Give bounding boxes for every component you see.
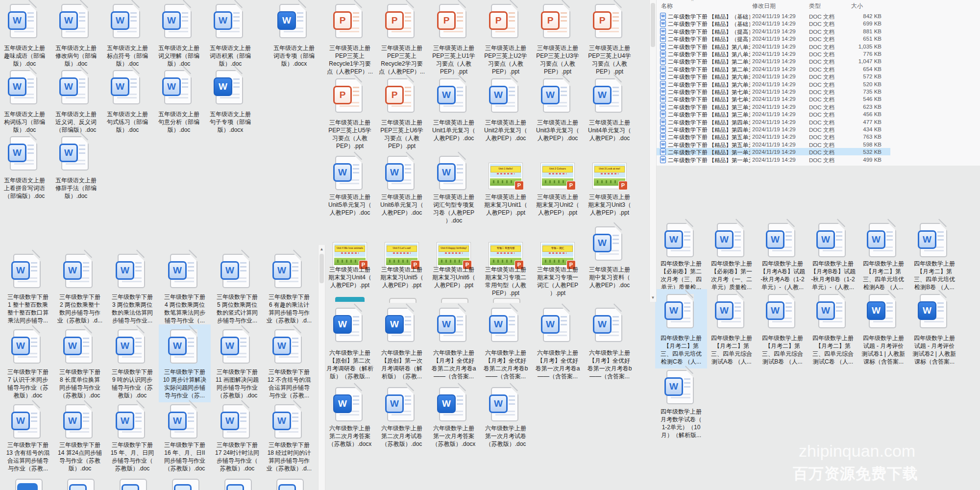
- file-label[interactable]: 六年级数学上册 第一次月考答案 （苏教版）.docx: [426, 424, 481, 448]
- file-item[interactable]: W: [10, 4, 39, 38]
- file-item[interactable]: W: [768, 223, 797, 257]
- file-label[interactable]: 三年级英语上册 PEP三英上 Recycle2学习要 点（人教PEP）...: [374, 44, 429, 75]
- file-label[interactable]: 四年级数学上册 试题 - 月考评价 测试卷1 | 人教新 课标（含答案...: [856, 334, 911, 366]
- file-label[interactable]: 三年级英语上册 期末复习Unit3（ 人教PEP）.ppt: [582, 193, 637, 217]
- file-item[interactable]: P: [491, 4, 520, 38]
- scrollbar-thumb[interactable]: [651, 3, 655, 47]
- file-label[interactable]: 三年级数学下册 16 年、月、日II 同步辅导与作业 （苏教版）.doc: [157, 441, 212, 472]
- file-label[interactable]: 五年级语文上册 标点符号（部编 版）.doc: [100, 44, 155, 68]
- file-label[interactable]: 三年级数学下册 7 认识千米同步 辅导与作业（苏 教版）.doc: [0, 368, 55, 399]
- cut-file-icon[interactable]: [276, 479, 304, 490]
- file-label[interactable]: 三年级数学下册 2 两位数乘整十 数同步辅导与作 业（苏教版）.d...: [52, 293, 107, 324]
- file-name[interactable]: 二年级数学下册 【精品】第二单元（时...: [668, 58, 750, 66]
- file-item[interactable]: W: [543, 78, 572, 113]
- file-label[interactable]: 四年级数学上册 试题 - 月考评价 测试卷2 | 人教新 课标（含答案...: [907, 334, 962, 366]
- file-label[interactable]: 四年级数学上册 【月考二】第 三、四单元培优 检测C卷 （人...: [654, 334, 709, 366]
- cut-file-icon[interactable]: [172, 479, 199, 490]
- file-item[interactable]: W: [335, 156, 365, 190]
- file-name[interactable]: 二年级数学下册 【精品】第六单元（两...: [668, 81, 750, 89]
- file-label[interactable]: 三年级数学下册 4 两位数乘两位 数笔算乘法同步 辅导与作业（...: [157, 293, 212, 324]
- file-item[interactable]: W: [869, 294, 898, 328]
- file-label[interactable]: 三年级英语上册 PEP三英上U5学 习要点（人教 PEP）.ppt: [322, 119, 377, 150]
- file-label[interactable]: 六年级数学上册 【原创】第二次 月考调研卷（解析 版）（苏教版...: [322, 349, 377, 380]
- file-item[interactable]: W: [543, 308, 572, 342]
- cut-file-icon[interactable]: [15, 479, 43, 490]
- file-item[interactable]: W: [387, 308, 416, 342]
- cut-file-icon[interactable]: [389, 298, 416, 303]
- file-label[interactable]: 三年级英语上册 PEP三英上 Recycle1学习要 点（人教PEP）...: [322, 44, 377, 75]
- file-label[interactable]: 三年级数学下册 3 两位数乘两位 数的乘法估算同 步辅导与作业...: [105, 293, 160, 324]
- file-item[interactable]: W: [65, 254, 95, 288]
- file-label[interactable]: 五年级语文上册 上看拼音写词语 （部编版）.doc: [0, 176, 52, 200]
- cut-file-icon[interactable]: [120, 479, 147, 490]
- file-item[interactable]: W: [170, 254, 199, 288]
- file-item[interactable]: W: [10, 136, 39, 171]
- file-label[interactable]: 四年级数学上册 【月考二】第 三、四单元综合 测试A卷 （人...: [704, 334, 759, 366]
- file-item[interactable]: W: [61, 70, 91, 104]
- file-item[interactable]: P: [439, 4, 468, 38]
- file-item[interactable]: W: [439, 156, 468, 190]
- file-item[interactable]: Unit 1 Hello!P: [489, 163, 518, 189]
- cut-file-thumbnail[interactable]: [335, 297, 365, 302]
- file-label[interactable]: 三年级英语上册 Unit4单元复习（ 人教PEP）.doc: [582, 119, 637, 142]
- file-name[interactable]: 二年级数学下册 【精品】第七单元（角...: [668, 96, 750, 103]
- file-label[interactable]: 五年级语文上册 修改病句（部编 版）.doc: [49, 44, 103, 68]
- file-item[interactable]: W: [387, 387, 416, 421]
- file-label[interactable]: 三年级英语上册 期末复习Unit1（ 人教PEP）.ppt: [478, 193, 533, 217]
- file-label[interactable]: 三年级英语上册 PEP三英上U4学 习要点（人教 PEP）.ppt: [582, 44, 637, 75]
- file-item[interactable]: W: [279, 4, 309, 38]
- file-label[interactable]: 三年级英语上册 PEP三英上U6学 习要点（人教 PEP）.ppt: [374, 119, 429, 150]
- file-label[interactable]: 三年级数学下册 15 年、月、日同 步辅导与作业（ 苏教版）.doc: [105, 441, 160, 472]
- file-item[interactable]: W: [491, 308, 520, 342]
- column-header-type[interactable]: 类型: [809, 2, 821, 10]
- file-name[interactable]: 二年级数学下册 【精品】第八单元（数...: [668, 44, 750, 51]
- file-label[interactable]: 六年级数学上册 第二次月考答案 （苏教版）.docx: [322, 424, 377, 448]
- file-name[interactable]: 二年级数学下册 【精品】（提高）期末...: [668, 36, 750, 43]
- file-item[interactable]: Unit 4 We love animalsP: [333, 242, 362, 269]
- file-item[interactable]: W: [118, 404, 147, 439]
- file-item[interactable]: W: [222, 329, 252, 364]
- file-item[interactable]: P: [595, 4, 624, 38]
- file-label[interactable]: 三年级数学下册 17 24时计时法同 步辅导与作业（ 苏教版）.doc: [210, 441, 265, 472]
- file-item[interactable]: W: [439, 78, 468, 113]
- file-label[interactable]: 三年级英语上册 期末复习专项二 常用句型（人教 PEP）.ppt: [478, 266, 533, 297]
- file-item[interactable]: W: [118, 329, 147, 364]
- file-label[interactable]: 五年级语文上册 句子专项（部编 版）.docx: [203, 110, 258, 134]
- file-label[interactable]: 三年级数学下册 5 两位数乘两位 数的竖式计算同 步辅导与作业...: [210, 293, 265, 324]
- file-label[interactable]: 三年级数学下册 10 两步计算解决 实际问题同步辅 导与作业（苏...: [157, 368, 212, 399]
- file-label[interactable]: 六年级数学上册 【月考】全优好 卷第一次月考卷b ——（含答案...: [582, 349, 637, 380]
- file-name[interactable]: 二年级数学下册 【精品】第七单元（角...: [668, 89, 750, 96]
- file-item[interactable]: W: [595, 308, 624, 342]
- file-item[interactable]: W: [10, 70, 39, 104]
- file-item[interactable]: W: [818, 223, 848, 257]
- file-item[interactable]: W: [768, 294, 797, 328]
- file-item[interactable]: W: [717, 223, 746, 257]
- scroll-down-icon[interactable]: ▼: [650, 295, 656, 300]
- file-label[interactable]: 五年级语文上册 词语积累（部编 版）.doc: [203, 44, 258, 68]
- file-item[interactable]: W: [274, 404, 304, 439]
- file-label[interactable]: 三年级英语上册 期末复习Unit5（ 人教PEP）.ppt: [374, 266, 429, 289]
- file-label[interactable]: 六年级数学上册 【月考】全优好 卷第二次月考卷b ——（含答案...: [478, 349, 533, 380]
- file-label[interactable]: 三年级英语上册 Unit6单元复习（ 人教PEP）.doc: [374, 193, 429, 217]
- file-item[interactable]: W: [61, 4, 91, 38]
- file-item[interactable]: Unit 2 ColoursP: [540, 163, 570, 189]
- file-item[interactable]: W: [118, 254, 147, 288]
- file-label[interactable]: 三年级数学下册 8 长度单位换算 同步辅导与作业 （苏教版）.doc: [52, 368, 107, 399]
- file-label[interactable]: 三年级数学下册 13 含有括号的混 合运算同步辅导 与作业（苏教...: [0, 441, 55, 472]
- cut-file-icon[interactable]: [224, 479, 252, 490]
- file-item[interactable]: W: [274, 254, 304, 288]
- file-label[interactable]: 三年级英语上册 Unit2单元复习（ 人教PEP）.doc: [478, 119, 533, 142]
- file-label[interactable]: 三年级英语上册 期末复习Unit2（ 人教PEP）.ppt: [530, 193, 585, 217]
- file-item[interactable]: W: [65, 404, 95, 439]
- file-item[interactable]: W: [666, 370, 696, 404]
- file-label[interactable]: 五年级语文上册 词义理解（部编 版）.doc: [151, 44, 206, 68]
- file-label[interactable]: 六年级数学上册 第二次月考试卷 （苏教版）.doc: [374, 424, 429, 448]
- cut-file-icon[interactable]: [493, 298, 520, 303]
- file-label[interactable]: 四年级数学上册 【月考二】第 三、四单元综合 测试C卷 （人...: [806, 334, 860, 366]
- file-label[interactable]: 三年级数学下册 12 不含括号的混 合运算同步辅导 与作业（苏教...: [262, 368, 317, 399]
- file-item[interactable]: 专项一 词汇P: [540, 242, 570, 269]
- file-item[interactable]: W: [439, 308, 468, 342]
- file-item[interactable]: W: [164, 4, 194, 38]
- cut-file-icon[interactable]: [441, 298, 468, 303]
- file-name[interactable]: 二年级数学下册 【精品】（提高）期末...: [668, 28, 750, 36]
